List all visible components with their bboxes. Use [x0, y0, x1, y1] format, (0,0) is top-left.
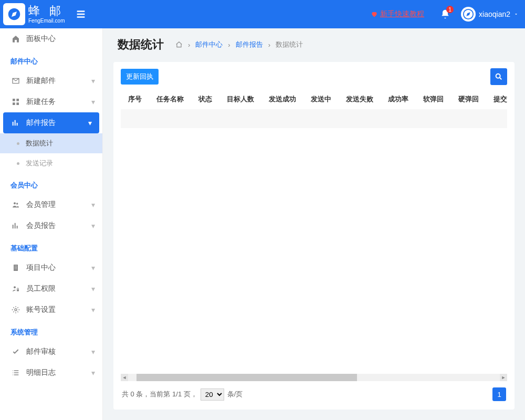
- sidebar-item-label: 邮件审核: [26, 347, 91, 356]
- table-column-header[interactable]: 任务名称: [149, 94, 191, 104]
- pagination-suffix: 条/页: [227, 390, 243, 399]
- notification-bell[interactable]: 1: [440, 9, 450, 19]
- svg-rect-7: [14, 265, 18, 271]
- sidebar-item[interactable]: 项目中心▾: [0, 257, 102, 278]
- svg-point-10: [15, 309, 17, 311]
- table-column-header[interactable]: 发送成功: [261, 94, 303, 104]
- heart-icon: [371, 10, 378, 18]
- sidebar-item-label: 项目中心: [26, 263, 91, 272]
- chevron-down-icon: ▾: [91, 222, 95, 230]
- search-button[interactable]: [490, 68, 507, 85]
- chevron-down-icon: [513, 12, 519, 17]
- table-empty-row: No matching recor: [121, 109, 507, 128]
- tutorial-link[interactable]: 新手快速教程: [371, 9, 424, 19]
- sidebar-item-label: 新建邮件: [26, 76, 91, 86]
- breadcrumb-link[interactable]: 邮件报告: [236, 40, 263, 49]
- sidebar-group-title: 邮件中心: [0, 49, 102, 70]
- search-icon: [495, 72, 503, 81]
- chevron-down-icon: ▾: [91, 201, 95, 209]
- table-column-header[interactable]: 目标人数: [219, 94, 261, 104]
- sidebar-item[interactable]: 员工权限▾: [0, 278, 102, 299]
- chevron-down-icon: ▾: [88, 119, 92, 127]
- sidebar-item[interactable]: 会员报告▾: [0, 215, 102, 236]
- user-lock-icon: [12, 285, 21, 293]
- table-column-header[interactable]: 状态: [191, 94, 219, 104]
- sidebar-item-dashboard[interactable]: 面板中心: [0, 28, 102, 49]
- home-icon: [12, 35, 21, 43]
- sidebar-group-title: 会员中心: [0, 173, 102, 194]
- refresh-button[interactable]: 更新回执: [121, 69, 159, 85]
- sidebar-item[interactable]: 新建任务▾: [0, 91, 102, 112]
- sidebar-item-label: 面板中心: [26, 34, 95, 44]
- menu-toggle-icon[interactable]: [75, 8, 87, 20]
- sidebar-item[interactable]: 账号设置▾: [0, 299, 102, 320]
- envelope-icon: [12, 77, 21, 85]
- chevron-down-icon: ▾: [91, 285, 95, 293]
- table-column-header[interactable]: 硬弹回: [451, 94, 486, 104]
- home-icon[interactable]: [175, 41, 183, 48]
- sidebar-item-label: 新建任务: [26, 97, 91, 107]
- check-icon: [12, 348, 21, 356]
- chevron-down-icon: ▾: [91, 98, 95, 106]
- page-size-select[interactable]: 20: [201, 388, 224, 401]
- sidebar-item-label: 明细日志: [26, 368, 91, 377]
- sidebar: 面板中心 邮件中心新建邮件▾新建任务▾邮件报告▾数据统计发送记录会员中心会员管理…: [0, 28, 103, 420]
- avatar-icon: [461, 7, 476, 22]
- table-column-header[interactable]: 提交: [486, 94, 507, 104]
- sidebar-item[interactable]: 邮件审核▾: [0, 341, 102, 362]
- svg-rect-1: [13, 99, 15, 101]
- svg-point-11: [496, 74, 500, 78]
- building-icon: [12, 264, 21, 272]
- notification-badge: 1: [446, 6, 454, 13]
- chevron-down-icon: ▾: [91, 306, 95, 314]
- sidebar-group-title: 基础配置: [0, 236, 102, 257]
- grid-icon: [12, 98, 21, 106]
- chevron-down-icon: ▾: [91, 264, 95, 272]
- sidebar-item[interactable]: 明细日志▾: [0, 362, 102, 383]
- users-icon: [12, 201, 21, 209]
- sidebar-subitem[interactable]: 数据统计: [0, 133, 102, 153]
- svg-rect-2: [16, 99, 19, 101]
- table-column-header[interactable]: 发送中: [303, 94, 339, 104]
- logo-icon: [3, 3, 25, 25]
- sidebar-item-label: 会员管理: [26, 200, 91, 209]
- user-menu[interactable]: xiaoqian2: [461, 7, 519, 22]
- table-column-header[interactable]: 序号: [121, 94, 149, 104]
- pagination-info: 共 0 条，当前第 1/1 页，: [122, 390, 197, 399]
- scroll-right-icon[interactable]: ►: [500, 374, 507, 381]
- page-title: 数据统计: [118, 37, 164, 52]
- table-header: 序号任务名称状态目标人数发送成功发送中发送失败成功率软弹回硬弹回提交操作: [121, 89, 507, 109]
- svg-point-5: [14, 202, 16, 204]
- sidebar-subitem[interactable]: 发送记录: [0, 153, 102, 173]
- horizontal-scrollbar[interactable]: ◄ ►: [121, 374, 507, 381]
- main-content: 数据统计 › 邮件中心 › 邮件报告 › 数据统计 更新回执: [103, 28, 525, 420]
- sidebar-item[interactable]: 会员管理▾: [0, 194, 102, 215]
- sidebar-item-label: 账号设置: [26, 305, 91, 314]
- brand-name-en: FengEmail.com: [28, 18, 65, 24]
- sidebar-subitem-label: 发送记录: [26, 159, 53, 168]
- list-icon: [12, 369, 21, 377]
- scrollbar-thumb[interactable]: [136, 374, 357, 381]
- gear-icon: [12, 306, 21, 314]
- page-number[interactable]: 1: [492, 387, 506, 401]
- sidebar-item[interactable]: 邮件报告▾: [3, 112, 99, 133]
- report-panel: 更新回执 序号任务名称状态目标人数发送成功发送中发送失败成功率软弹回硬弹回提交操…: [113, 62, 514, 410]
- dot-icon: [17, 162, 19, 165]
- sidebar-item[interactable]: 新建邮件▾: [0, 70, 102, 91]
- chevron-down-icon: ▾: [91, 369, 95, 377]
- table-column-header[interactable]: 软弹回: [416, 94, 451, 104]
- svg-rect-3: [13, 102, 15, 105]
- sidebar-subitem-label: 数据统计: [26, 139, 53, 148]
- scroll-left-icon[interactable]: ◄: [121, 374, 128, 381]
- brand-logo[interactable]: 蜂 邮 FengEmail.com: [3, 3, 65, 25]
- table-column-header[interactable]: 成功率: [381, 94, 416, 104]
- chevron-down-icon: ▾: [91, 77, 95, 85]
- sidebar-item-label: 员工权限: [26, 284, 91, 293]
- svg-rect-4: [16, 102, 19, 105]
- chevron-down-icon: ▾: [91, 348, 95, 356]
- svg-point-8: [14, 286, 16, 288]
- chart-icon: [12, 119, 21, 127]
- table-column-header[interactable]: 发送失败: [339, 94, 381, 104]
- svg-rect-9: [17, 289, 19, 291]
- breadcrumb-link[interactable]: 邮件中心: [195, 40, 223, 49]
